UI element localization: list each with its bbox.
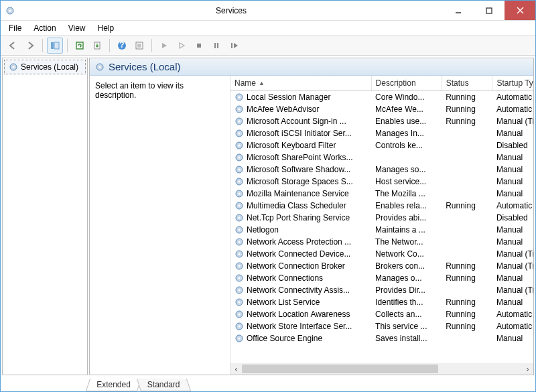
- menu-file[interactable]: File: [3, 22, 27, 34]
- nav-tree[interactable]: Services (Local): [2, 58, 88, 375]
- table-header-row: Name▲ Description Status Startup Type Lo…: [230, 76, 533, 91]
- content-pane: Services (Local) Select an item to view …: [89, 58, 534, 375]
- cell-status: [442, 176, 492, 188]
- show-hide-tree-button[interactable]: [47, 38, 63, 54]
- start-service-button[interactable]: [156, 38, 172, 54]
- cell-description: McAfee We...: [371, 103, 442, 115]
- service-name: Microsoft Keyboard Filter: [247, 141, 336, 150]
- table-row[interactable]: Network Connected Device...Network Co...…: [230, 248, 533, 260]
- gear-icon: [234, 153, 244, 162]
- table-row[interactable]: Mozilla Maintenance ServiceThe Mozilla .…: [230, 188, 533, 200]
- cell-startup: Manual: [492, 164, 533, 176]
- restart-service-button[interactable]: [226, 38, 242, 54]
- svg-point-43: [238, 204, 240, 206]
- table-row[interactable]: Network Store Interface Ser...This servi…: [230, 320, 533, 332]
- cell-description: Manages In...: [371, 127, 442, 139]
- scroll-track[interactable]: [242, 363, 522, 375]
- table-row[interactable]: NetlogonMaintains a ...ManualLoc: [230, 224, 533, 236]
- list-scroll[interactable]: Name▲ Description Status Startup Type Lo…: [230, 76, 533, 363]
- back-button[interactable]: [5, 38, 21, 54]
- cell-status: [442, 248, 492, 260]
- export-list-button[interactable]: [89, 38, 105, 54]
- table-row[interactable]: Microsoft Account Sign-in ...Enables use…: [230, 115, 533, 127]
- gear-icon: [234, 92, 244, 102]
- table-row[interactable]: McAfee WebAdvisorMcAfee We...RunningAuto…: [230, 103, 533, 115]
- service-name: Network List Service: [247, 298, 320, 307]
- svg-point-10: [118, 42, 126, 50]
- cell-description: Network Co...: [371, 248, 442, 260]
- cell-description: Controls ke...: [371, 139, 442, 151]
- cell-startup: Automatic: [492, 91, 533, 104]
- close-button[interactable]: [505, 1, 535, 20]
- minimize-button[interactable]: [443, 1, 474, 20]
- svg-rect-18: [217, 43, 218, 48]
- cell-startup: Disabled: [492, 139, 533, 151]
- scroll-right-button[interactable]: ›: [522, 363, 533, 375]
- col-status[interactable]: Status: [442, 76, 492, 91]
- cell-status: [442, 284, 492, 296]
- table-row[interactable]: Network Location AwarenessCollects an...…: [230, 308, 533, 320]
- table-row[interactable]: Network List ServiceIdentifies th...Runn…: [230, 296, 533, 308]
- cell-name: Microsoft SharePoint Works...: [230, 151, 371, 164]
- nav-root-item[interactable]: Services (Local): [4, 60, 86, 74]
- cell-startup: Manual (Trig...: [492, 284, 533, 296]
- table-row[interactable]: Microsoft Storage Spaces S...Host servic…: [230, 176, 533, 188]
- table-row[interactable]: Microsoft Keyboard FilterControls ke...D…: [230, 139, 533, 151]
- start-service-alt-button[interactable]: [174, 38, 190, 54]
- col-description[interactable]: Description: [371, 76, 442, 91]
- tab-standard[interactable]: Standard: [137, 379, 191, 391]
- cell-description: Provides Dir...: [371, 284, 442, 296]
- toolbar: ?: [1, 36, 535, 56]
- tab-extended[interactable]: Extended: [86, 379, 141, 391]
- table-row[interactable]: Microsoft Software Shadow...Manages so..…: [230, 164, 533, 176]
- stop-service-button[interactable]: [191, 38, 207, 54]
- table-row[interactable]: Net.Tcp Port Sharing ServiceProvides abi…: [230, 212, 533, 224]
- refresh-button[interactable]: [72, 38, 88, 54]
- table-row[interactable]: Office Source EngineSaves install...Manu…: [230, 332, 533, 344]
- horizontal-scrollbar[interactable]: ‹ ›: [230, 363, 533, 375]
- svg-point-51: [238, 253, 240, 255]
- gear-icon: [234, 201, 244, 210]
- content-header: Services (Local): [90, 58, 533, 76]
- table-row[interactable]: Multimedia Class SchedulerEnables rela..…: [230, 200, 533, 212]
- cell-name: Mozilla Maintenance Service: [230, 188, 371, 200]
- cell-description: Core Windo...: [371, 91, 442, 104]
- pause-service-button[interactable]: [208, 38, 224, 54]
- cell-status: Running: [442, 115, 492, 127]
- cell-description: Provides abi...: [371, 212, 442, 224]
- table-row[interactable]: Microsoft iSCSI Initiator Ser...Manages …: [230, 127, 533, 139]
- app-icon: [1, 6, 19, 15]
- cell-status: [442, 127, 492, 139]
- table-row[interactable]: Network Connection BrokerBrokers con...R…: [230, 260, 533, 272]
- svg-point-47: [238, 228, 240, 231]
- cell-status: Running: [442, 308, 492, 320]
- menu-action[interactable]: Action: [28, 22, 61, 34]
- cell-startup: Automatic: [492, 103, 533, 115]
- col-startup-type[interactable]: Startup Type: [492, 76, 533, 91]
- svg-rect-8: [76, 42, 83, 49]
- cell-status: [442, 236, 492, 248]
- cell-startup: Manual (Trig...: [492, 115, 533, 127]
- menu-help[interactable]: Help: [92, 22, 120, 34]
- nav-root-label: Services (Local): [21, 62, 78, 72]
- col-name[interactable]: Name▲: [230, 76, 371, 91]
- cell-status: [442, 164, 492, 176]
- forward-button[interactable]: [22, 38, 38, 54]
- table-row[interactable]: Network ConnectionsManages o...RunningMa…: [230, 272, 533, 284]
- table-row[interactable]: Network Access Protection ...The Networ.…: [230, 236, 533, 248]
- svg-point-37: [238, 168, 240, 170]
- table-row[interactable]: Network Connectivity Assis...Provides Di…: [230, 284, 533, 296]
- svg-rect-16: [197, 44, 201, 48]
- help-button[interactable]: ?: [114, 38, 130, 54]
- maximize-button[interactable]: [474, 1, 505, 20]
- svg-point-35: [238, 156, 240, 158]
- menu-view[interactable]: View: [63, 22, 91, 34]
- properties-button[interactable]: [131, 38, 147, 54]
- table-row[interactable]: Microsoft SharePoint Works...ManualLoc: [230, 151, 533, 164]
- cell-name: Network List Service: [230, 296, 371, 308]
- table-row[interactable]: Local Session ManagerCore Windo...Runnin…: [230, 91, 533, 104]
- gear-icon: [234, 213, 244, 222]
- scroll-left-button[interactable]: ‹: [230, 363, 242, 375]
- scroll-thumb[interactable]: [242, 365, 438, 373]
- svg-point-59: [238, 301, 240, 303]
